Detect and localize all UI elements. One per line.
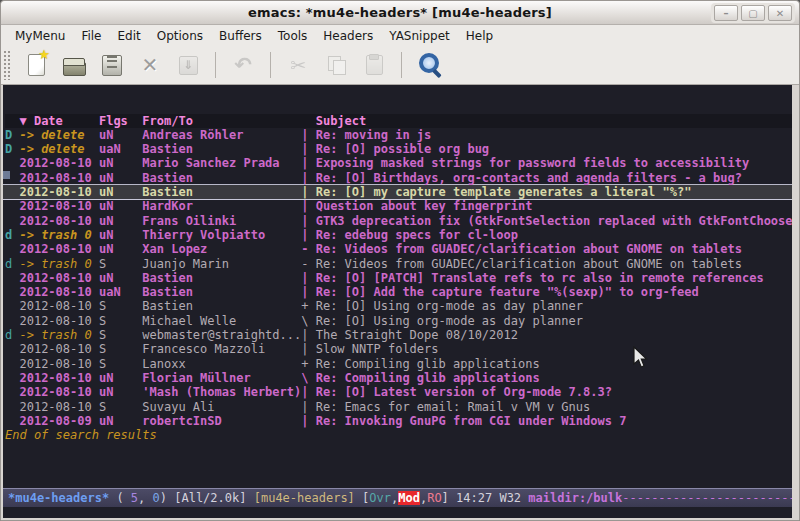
menu-yasnippet[interactable]: YASnippet — [381, 27, 458, 45]
mail-row[interactable]: d -> trash 0 S webmaster@straightd...| T… — [5, 328, 792, 342]
from-col: robertcInSD — [142, 414, 301, 428]
flags-col: uN — [99, 156, 142, 170]
menu-file[interactable]: File — [73, 27, 109, 45]
mark-col — [5, 357, 19, 371]
subject-col: | Re: Emacs for email: Rmail v VM v Gnus — [301, 400, 590, 414]
from-col: Bastien — [142, 142, 301, 156]
subject-col: | GTK3 deprecation fix (GtkFontSelection… — [301, 214, 792, 228]
mail-row[interactable]: 2012-08-10 uN HardKor | Question about k… — [5, 199, 792, 213]
flags-col: S — [99, 328, 142, 342]
open-folder-icon[interactable] — [59, 50, 89, 80]
from-col: 'Mash (Thomas Herbert) — [142, 385, 301, 399]
from-col: Juanjo Marin — [142, 257, 301, 271]
flags-col: uN — [99, 371, 142, 385]
flags-col: uN — [99, 385, 142, 399]
flags-col: uN — [99, 271, 142, 285]
file-cabinet-icon[interactable] — [97, 50, 127, 80]
mark-col — [5, 285, 19, 299]
toolbar-separator — [215, 52, 216, 78]
menu-mymenu[interactable]: MyMenu — [7, 27, 73, 45]
date-col: 2012-08-09 — [19, 414, 98, 428]
date-col: 2012-08-10 — [19, 385, 98, 399]
date-col: 2012-08-10 — [19, 314, 98, 328]
from-col: Francesco Mazzoli — [142, 342, 301, 356]
from-col: Frans Oilinki — [142, 214, 301, 228]
from-col: From/To — [142, 114, 301, 128]
mark-col — [5, 400, 19, 414]
modeline-segment: ] — [442, 491, 456, 505]
emacs-window: emacs: *mu4e-headers* [mu4e-headers] –▢✕… — [0, 0, 800, 521]
mail-row[interactable]: 2012-08-10 S Lanoxx + Re: Compiling glib… — [5, 357, 792, 371]
toolbar-drag-handle[interactable] — [3, 50, 11, 80]
fringe-indicator — [3, 171, 10, 179]
mail-row[interactable]: 2012-08-10 uN Bastien | Re: [O] Birthday… — [5, 171, 792, 185]
subject-col: | Re: [O] [PATCH] Translate refs to rc a… — [301, 271, 763, 285]
mark-col — [5, 185, 19, 199]
subject-col: | Re: [O] possible org bug — [301, 142, 489, 156]
paste-icon — [359, 50, 389, 80]
from-col: Bastien — [142, 185, 301, 199]
flags-col: uN — [99, 185, 142, 199]
close-button[interactable]: ✕ — [768, 5, 792, 21]
mark-col — [5, 199, 19, 213]
date-col: 2012-08-10 — [19, 199, 98, 213]
from-col: Lanoxx — [142, 357, 301, 371]
mail-row[interactable]: 2012-08-10 uaN Bastien | Re: [O] Add the… — [5, 285, 792, 299]
header-row[interactable]: ▼ Date Flgs From/To Subject — [5, 114, 792, 128]
modeline-segment: [All/2.0k] — [174, 491, 253, 505]
menu-help[interactable]: Help — [458, 27, 501, 45]
maximize-button[interactable]: ▢ — [741, 5, 765, 21]
mark-col — [5, 271, 19, 285]
mark-col — [5, 385, 19, 399]
mail-row[interactable]: 2012-08-09 uN robertcInSD | Re: Invoking… — [5, 414, 792, 428]
mail-row[interactable]: 2012-08-10 uN Frans Oilinki | GTK3 depre… — [5, 214, 792, 228]
flags-col: uN — [99, 171, 142, 185]
close-x-icon[interactable] — [135, 50, 165, 80]
mail-row[interactable]: 2012-08-10 S Bastien + Re: [O] Using org… — [5, 299, 792, 313]
echo-area[interactable] — [3, 507, 792, 518]
subject-col: \ Re: Compiling glib applications — [301, 371, 539, 385]
mail-row[interactable]: 2012-08-10 uN Bastien | Re: [O] my captu… — [3, 185, 792, 199]
title-bar[interactable]: emacs: *mu4e-headers* [mu4e-headers] –▢✕ — [1, 1, 799, 25]
mail-row[interactable]: 2012-08-10 S Suvayu Ali | Re: Emacs for … — [5, 400, 792, 414]
date-col: 2012-08-10 — [19, 342, 98, 356]
mail-row[interactable]: 2012-08-10 uN 'Mash (Thomas Herbert)| Re… — [5, 385, 792, 399]
new-file-icon[interactable] — [21, 50, 51, 80]
mark-col — [5, 414, 19, 428]
mail-row[interactable]: 2012-08-10 S Michael Welle \ Re: [O] Usi… — [5, 314, 792, 328]
menu-tools[interactable]: Tools — [270, 27, 316, 45]
mail-row[interactable]: d -> trash 0 uN Thierry Volpiatto | Re: … — [5, 228, 792, 242]
mail-row[interactable]: 2012-08-10 uN Xan Lopez - Re: Videos fro… — [5, 242, 792, 256]
from-col: Mario Sanchez Prada — [142, 156, 301, 170]
subject-col: | Question about key fingerprint — [301, 199, 532, 213]
mail-row[interactable]: D -> delete uN Andreas Röhler | Re: movi… — [5, 128, 792, 142]
mark-col — [5, 156, 19, 170]
subject-col: \ Re: [O] Using org-mode as day planner — [301, 314, 583, 328]
mail-row[interactable]: 2012-08-10 uN Florian Müllner \ Re: Comp… — [5, 371, 792, 385]
mark-col — [5, 214, 19, 228]
menu-edit[interactable]: Edit — [110, 27, 149, 45]
subject-col: | Re: Invoking GnuPG from CGI under Wind… — [301, 414, 626, 428]
mode-line[interactable]: *mu4e-headers* ( 5, 0) [All/2.0k] [mu4e-… — [3, 488, 792, 507]
mail-row[interactable]: d -> trash 0 S Juanjo Marin - Re: Videos… — [5, 257, 792, 271]
minimize-button[interactable]: – — [714, 5, 738, 21]
subject-col: | Exposing masked strings for password f… — [301, 156, 749, 170]
subject-col: | Re: edebug specs for cl-loop — [301, 228, 518, 242]
menu-options[interactable]: Options — [149, 27, 211, 45]
search-icon[interactable] — [414, 50, 444, 80]
mail-row[interactable]: D -> delete uaN Bastien | Re: [O] possib… — [5, 142, 792, 156]
flags-col: uN — [99, 128, 142, 142]
mark-col — [5, 371, 19, 385]
mail-row[interactable]: 2012-08-10 S Francesco Mazzoli | Slow NN… — [5, 342, 792, 356]
mark-col — [5, 314, 19, 328]
mail-row[interactable]: 2012-08-10 uN Bastien | Re: [O] [PATCH] … — [5, 271, 792, 285]
menu-buffers[interactable]: Buffers — [211, 27, 270, 45]
flags-col: uN — [99, 228, 142, 242]
from-col: Xan Lopez — [142, 242, 301, 256]
mu4e-headers-buffer[interactable]: ▼ Date Flgs From/To SubjectD -> delete u… — [3, 85, 792, 488]
date-col: 2012-08-10 — [19, 214, 98, 228]
menu-headers[interactable]: Headers — [315, 27, 381, 45]
mail-row[interactable]: 2012-08-10 uN Mario Sanchez Prada | Expo… — [5, 156, 792, 170]
from-col: HardKor — [142, 199, 301, 213]
copy-icon — [321, 50, 351, 80]
